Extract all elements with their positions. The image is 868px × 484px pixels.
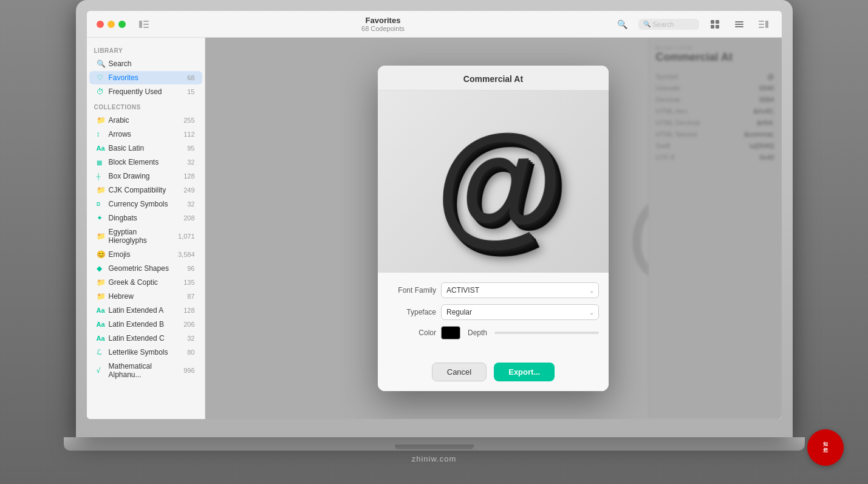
sidebar-item-recently-used[interactable]: ⏱ Frequently Used 15 — [89, 85, 202, 98]
sidebar-item-letterlike[interactable]: ℒ Letterlike Symbols 80 — [89, 346, 202, 359]
sidebar-label-basic-latin: Basic Latin — [109, 144, 184, 152]
latin-b-count: 206 — [183, 321, 194, 328]
heart-icon: ♡ — [97, 73, 105, 82]
title-bar: Favorites 68 Codepoints 🔍 🔍 Search — [87, 11, 782, 38]
modal-body: Font Family ACTIVIST ⌄ — [378, 273, 609, 355]
box-icon: ┼ — [97, 173, 105, 180]
bottom-label: zhiniw.com — [412, 454, 457, 463]
sidebar-label-hebrew: Hebrew — [109, 292, 184, 301]
sidebar-item-favorites[interactable]: ♡ Favorites 68 — [89, 71, 202, 84]
sidebar-item-cjk[interactable]: 📁 CJK Compatibility 249 — [89, 183, 202, 197]
basic-latin-count: 95 — [187, 145, 194, 152]
sidebar-label-currency: Currency Symbols — [109, 200, 184, 208]
svg-rect-8 — [735, 21, 743, 22]
sidebar-label-arabic: Arabic — [109, 116, 180, 124]
egyptian-folder-icon: 📁 — [97, 232, 105, 240]
font-family-selector[interactable]: ACTIVIST ⌄ — [441, 282, 599, 298]
search-bar: 🔍 Search — [638, 19, 699, 30]
sidebar-label-latin-c: Latin Extended C — [109, 334, 184, 343]
font-family-label: Font Family — [388, 286, 436, 295]
export-button[interactable]: Export... — [494, 363, 555, 381]
egyptian-count: 1,071 — [178, 233, 195, 240]
currency-icon: ¤ — [97, 200, 105, 208]
currency-count: 32 — [187, 200, 194, 208]
math-icon: √ — [97, 366, 105, 375]
sidebar-label-latin-b: Latin Extended B — [109, 320, 180, 329]
hebrew-folder-icon: 📁 — [97, 292, 105, 301]
sidebar-label-egyptian: Egyptian Hieroglyphs — [109, 228, 174, 245]
sidebar-item-emojis[interactable]: 😊 Emojis 3,584 — [89, 248, 202, 261]
sidebar-item-arabic[interactable]: 📁 Arabic 255 — [89, 114, 202, 127]
depth-slider[interactable] — [494, 332, 599, 334]
window-subtitle: 68 Codepoints — [361, 25, 405, 32]
block-elements-count: 32 — [187, 158, 194, 166]
sidebar-item-latin-a[interactable]: Aa Latin Extended A 128 — [89, 304, 202, 317]
traffic-lights — [97, 21, 126, 28]
sidebar-label-latin-a: Latin Extended A — [109, 306, 180, 315]
sidebar-item-mathematical[interactable]: √ Mathematical Alphanu... 996 — [89, 360, 202, 381]
svg-rect-1 — [143, 21, 149, 22]
sidebar-item-egyptian[interactable]: 📁 Egyptian Hieroglyphs 1,071 — [89, 225, 202, 247]
title-bar-center: Favorites 68 Codepoints — [152, 16, 614, 32]
sidebar-item-latin-b[interactable]: Aa Latin Extended B 206 — [89, 318, 202, 331]
sidebar-label-letterlike: Letterlike Symbols — [109, 348, 184, 356]
cancel-button[interactable]: Cancel — [432, 363, 487, 381]
sidebar-item-box-drawing[interactable]: ┼ Box Drawing 128 — [89, 169, 202, 183]
sidebar-item-arrows[interactable]: ↕ Arrows 112 — [89, 128, 202, 141]
search-placeholder: Search — [653, 21, 674, 28]
sidebar: Library 🔍 Search ♡ Favorites 68 ⏱ F — [87, 38, 205, 419]
watermark-text: 知您 — [823, 441, 828, 453]
aa-a-icon: Aa — [97, 307, 105, 314]
app-window: Favorites 68 Codepoints 🔍 🔍 Search — [87, 11, 782, 419]
svg-rect-11 — [765, 21, 768, 28]
color-swatch[interactable] — [441, 326, 460, 339]
depth-slider-handle[interactable] — [494, 329, 599, 336]
svg-rect-0 — [139, 21, 142, 28]
grid-view-button[interactable] — [706, 16, 723, 33]
font-family-select[interactable]: ACTIVIST — [441, 282, 599, 298]
search-icon-button[interactable]: 🔍 — [614, 16, 631, 33]
sidebar-right-button[interactable] — [755, 16, 772, 33]
arrows-count: 112 — [183, 131, 194, 138]
collections-section-label: Collections — [87, 99, 205, 113]
title-bar-tools: 🔍 🔍 Search — [614, 16, 772, 33]
aa-c-icon: Aa — [97, 335, 105, 342]
svg-rect-3 — [143, 27, 149, 28]
svg-rect-9 — [735, 24, 743, 25]
sidebar-label-mathematical: Mathematical Alphanu... — [109, 362, 180, 379]
modal-footer: Cancel Export... — [378, 355, 609, 391]
sidebar-item-currency[interactable]: ¤ Currency Symbols 32 — [89, 197, 202, 211]
search-icon: 🔍 — [97, 60, 105, 68]
typeface-selector[interactable]: Regular ⌄ — [441, 304, 599, 320]
sidebar-item-basic-latin[interactable]: Aa Basic Latin 95 — [89, 141, 202, 155]
favorites-title: Favorites 68 Codepoints — [361, 16, 405, 32]
close-button[interactable] — [97, 21, 104, 28]
maximize-button[interactable] — [118, 21, 126, 28]
sidebar-label-greek: Greek & Coptic — [109, 278, 180, 287]
app-content: Library 🔍 Search ♡ Favorites 68 ⏱ F — [87, 38, 782, 419]
clock-icon: ⏱ — [97, 87, 105, 96]
sidebar-item-search[interactable]: 🔍 Search — [89, 57, 202, 70]
color-depth-field: Color Depth — [388, 326, 599, 339]
typeface-field: Typeface Regular ⌄ — [388, 304, 599, 320]
sidebar-item-latin-c[interactable]: Aa Latin Extended C 32 — [89, 332, 202, 345]
list-view-button[interactable] — [731, 16, 748, 33]
typeface-select[interactable]: Regular — [441, 304, 599, 320]
search-magnifier-icon: 🔍 — [643, 21, 651, 27]
sidebar-item-dingbats[interactable]: ✦ Dingbats 208 — [89, 211, 202, 225]
geometric-icon: ◆ — [97, 264, 105, 273]
sidebar-toggle-button[interactable] — [135, 16, 152, 33]
sidebar-label-dingbats: Dingbats — [109, 214, 180, 222]
sidebar-item-geometric[interactable]: ◆ Geometric Shapes 96 — [89, 262, 202, 275]
typeface-label: Typeface — [388, 308, 436, 316]
main-panel: @ BASIC LATIN Commercial At Symbol @ — [205, 38, 782, 419]
svg-rect-12 — [759, 21, 764, 22]
geometric-count: 96 — [187, 265, 194, 272]
latin-c-count: 32 — [187, 335, 194, 342]
sidebar-label-box-drawing: Box Drawing — [109, 172, 180, 180]
sidebar-item-greek[interactable]: 📁 Greek & Coptic 135 — [89, 276, 202, 289]
sidebar-item-block-elements[interactable]: ▦ Block Elements 32 — [89, 155, 202, 169]
aa-b-icon: Aa — [97, 321, 105, 328]
sidebar-item-hebrew[interactable]: 📁 Hebrew 87 — [89, 290, 202, 303]
minimize-button[interactable] — [108, 21, 115, 28]
